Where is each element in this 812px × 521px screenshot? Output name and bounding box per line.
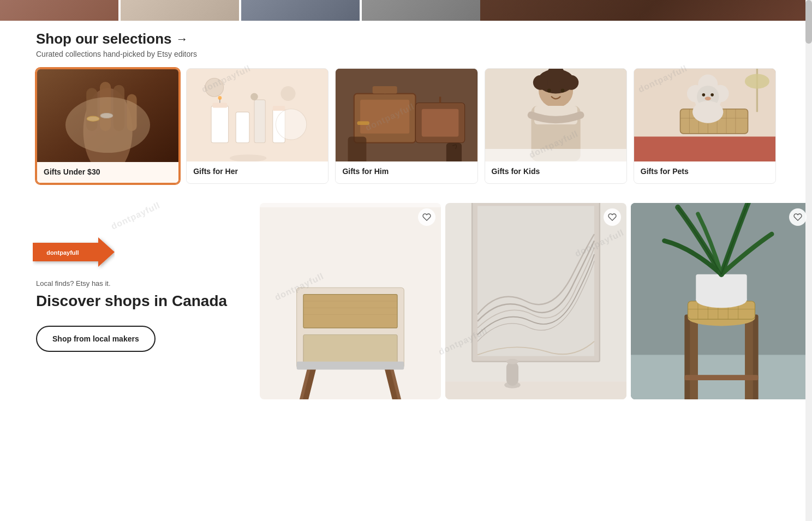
- svg-rect-14: [236, 112, 249, 142]
- svg-rect-89: [477, 206, 594, 356]
- local-title: Discover shops in Canada: [36, 292, 254, 310]
- gift-image-under30: [37, 69, 178, 162]
- top-image-strip: [0, 0, 812, 21]
- svg-rect-101: [684, 375, 758, 380]
- svg-rect-3: [86, 88, 97, 131]
- local-eyebrow: Local finds? Etsy has it.: [36, 279, 254, 288]
- svg-rect-5: [114, 85, 124, 131]
- svg-rect-11: [213, 103, 228, 107]
- gift-label-kids: Gifts for Kids: [485, 161, 626, 182]
- product-card-art[interactable]: [445, 203, 626, 399]
- svg-rect-100: [745, 315, 753, 399]
- thumb-3: [241, 0, 360, 21]
- svg-point-13: [218, 96, 222, 100]
- svg-rect-15: [254, 100, 265, 143]
- gift-label-pets: Gifts for Pets: [634, 161, 775, 182]
- svg-point-42: [547, 89, 551, 93]
- svg-rect-32: [348, 136, 367, 161]
- svg-point-43: [560, 89, 564, 93]
- svg-rect-33: [446, 143, 462, 161]
- svg-point-38: [564, 75, 578, 90]
- svg-rect-86: [260, 203, 441, 207]
- selections-container: Shop our selections → Curated collection…: [36, 31, 776, 184]
- scrollbar-track: [805, 0, 812, 521]
- thumb-1: [0, 0, 118, 21]
- local-section: Local finds? Etsy has it. Discover shops…: [0, 184, 812, 399]
- svg-point-61: [702, 93, 705, 97]
- arrow-badge: dontpayfull: [33, 235, 115, 272]
- gift-card-kids[interactable]: Gifts for Kids: [485, 68, 627, 184]
- gift-image-kids: [485, 69, 626, 161]
- top-strip-thumbnails: [0, 0, 480, 21]
- heart-button-nightstand[interactable]: [418, 208, 435, 226]
- svg-point-7: [87, 116, 99, 121]
- selections-arrow: →: [176, 32, 188, 46]
- svg-rect-68: [634, 136, 775, 161]
- product-images: [260, 203, 812, 399]
- heart-button-art[interactable]: [604, 208, 621, 226]
- svg-rect-84: [297, 362, 404, 370]
- svg-point-62: [710, 93, 714, 97]
- svg-point-66: [745, 74, 769, 88]
- svg-rect-74: [303, 295, 397, 328]
- svg-rect-18: [273, 106, 285, 111]
- local-content: Local finds? Etsy has it. Discover shops…: [36, 208, 254, 352]
- thumb-4: [362, 0, 480, 21]
- svg-rect-75: [303, 334, 397, 363]
- gift-label-under30: Gifts Under $30: [37, 162, 178, 183]
- gift-image-him: [336, 69, 477, 161]
- heart-button-plant[interactable]: [789, 208, 807, 226]
- selections-subtitle: Curated collections hand-picked by Etsy …: [36, 50, 776, 58]
- svg-rect-90: [445, 382, 626, 399]
- svg-point-16: [250, 93, 258, 100]
- svg-rect-44: [485, 149, 626, 161]
- gift-image-her: [187, 69, 328, 161]
- svg-point-37: [533, 75, 548, 90]
- svg-point-2: [83, 88, 133, 162]
- selections-section: Shop our selections → Curated collection…: [0, 21, 812, 184]
- product-card-plant[interactable]: [631, 203, 812, 399]
- gift-label-him: Gifts for Him: [336, 161, 477, 182]
- gift-label-her: Gifts for Her: [187, 161, 328, 182]
- scrollbar-thumb[interactable]: [805, 0, 812, 44]
- svg-rect-92: [506, 362, 518, 386]
- gift-card-under30[interactable]: Gifts Under $30: [36, 68, 180, 184]
- gift-card-him[interactable]: Gifts for Him: [335, 68, 477, 184]
- svg-point-20: [281, 86, 296, 101]
- thumb-2: [121, 0, 239, 21]
- svg-rect-30: [422, 109, 459, 137]
- svg-point-93: [506, 359, 518, 364]
- svg-rect-112: [696, 274, 747, 301]
- svg-rect-25: [360, 100, 409, 134]
- svg-rect-4: [100, 82, 111, 131]
- shop-local-button[interactable]: Shop from local makers: [36, 326, 156, 352]
- svg-rect-28: [357, 121, 370, 125]
- svg-point-64: [692, 101, 723, 123]
- svg-text:dontpayfull: dontpayfull: [46, 249, 79, 256]
- hero-image-top: [480, 0, 812, 21]
- gift-card-pets[interactable]: Gifts for Pets: [634, 68, 776, 184]
- page-container: Shop our selections → Curated collection…: [0, 0, 812, 521]
- svg-rect-27: [373, 86, 397, 94]
- svg-point-8: [100, 113, 113, 118]
- product-card-nightstand[interactable]: [260, 203, 441, 399]
- selections-title: Shop our selections →: [36, 31, 776, 47]
- svg-point-19: [205, 78, 224, 97]
- svg-rect-6: [127, 94, 137, 131]
- svg-rect-99: [690, 315, 698, 399]
- gifts-grid: Gifts Under $30: [36, 68, 776, 184]
- svg-point-22: [276, 109, 307, 140]
- svg-point-63: [704, 97, 710, 100]
- gift-card-her[interactable]: Gifts for Her: [186, 68, 329, 184]
- svg-rect-10: [211, 106, 229, 143]
- gift-image-pets: [634, 69, 775, 161]
- selections-title-text: Shop our selections: [36, 31, 172, 47]
